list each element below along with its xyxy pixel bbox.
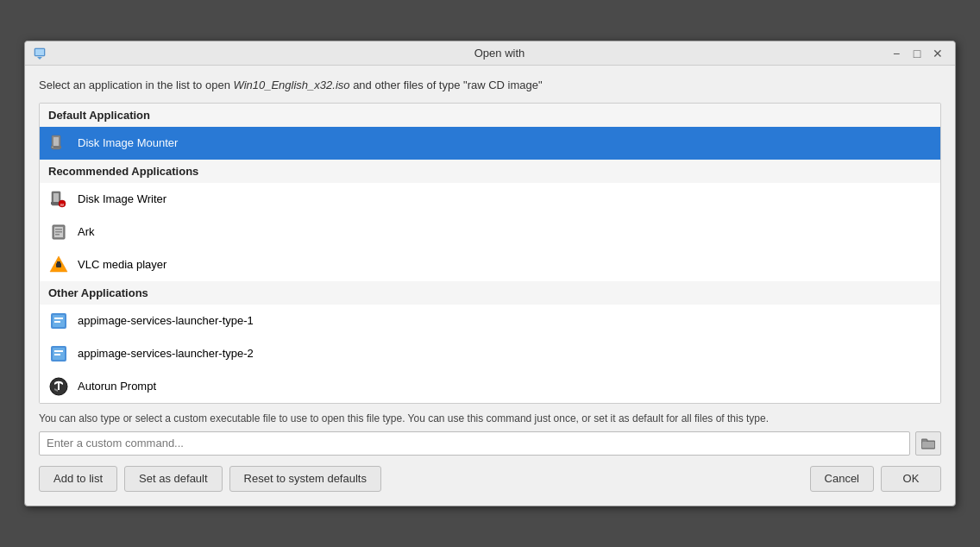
cancel-button[interactable]: Cancel: [810, 466, 874, 492]
app-item-appimage-2[interactable]: appimage-services-launcher-type-2: [40, 337, 940, 370]
default-section-header: Default Application: [40, 104, 940, 127]
minimize-button[interactable]: −: [888, 45, 905, 62]
svg-rect-6: [52, 147, 53, 148]
close-button[interactable]: ✕: [929, 45, 946, 62]
disk-image-mounter-icon: [48, 133, 69, 154]
appimage-1-icon: [48, 311, 69, 331]
app-name-appimage-2: appimage-services-launcher-type-2: [78, 347, 254, 360]
reset-to-defaults-button[interactable]: Reset to system defaults: [229, 466, 381, 492]
svg-rect-16: [55, 234, 60, 236]
app-name-appimage-1: appimage-services-launcher-type-1: [78, 314, 254, 327]
svg-rect-31: [922, 442, 934, 448]
app-item-autorun[interactable]: Autorun Prompt: [40, 370, 940, 403]
app-name-disk-image-writer: Disk Image Writer: [78, 192, 166, 205]
other-section-header: Other Applications: [40, 281, 940, 305]
recommended-section-header: Recommended Applications: [40, 160, 940, 183]
filename: Win10_English_x32.iso: [233, 79, 349, 91]
ok-button[interactable]: OK: [881, 466, 941, 492]
app-name-ark: Ark: [78, 225, 95, 238]
appimage-2-icon: [48, 343, 69, 364]
custom-command-row: [39, 431, 941, 456]
app-name-vlc: VLC media player: [78, 258, 166, 271]
vlc-icon: [48, 255, 69, 275]
dialog-content: Select an application in the list to ope…: [25, 66, 955, 505]
titlebar: Open with − □ ✕: [25, 41, 955, 66]
app-item-ark[interactable]: Ark: [40, 216, 940, 248]
description-text: Select an application in the list to ope…: [39, 78, 941, 93]
svg-marker-2: [37, 57, 42, 60]
hint-text: You can also type or select a custom exe…: [39, 411, 941, 426]
app-name-disk-image-mounter: Disk Image Mounter: [78, 136, 178, 149]
window-icon: [34, 47, 46, 60]
svg-rect-8: [53, 193, 59, 202]
app-item-disk-image-mounter[interactable]: Disk Image Mounter: [40, 127, 940, 160]
svg-rect-27: [54, 354, 60, 355]
svg-rect-15: [55, 231, 62, 233]
custom-command-input[interactable]: [39, 431, 910, 456]
add-to-list-button[interactable]: Add to list: [39, 466, 117, 492]
ark-icon: [48, 222, 69, 242]
app-item-disk-image-writer[interactable]: w Disk Image Writer: [40, 183, 940, 216]
svg-rect-4: [53, 137, 59, 146]
set-as-default-button[interactable]: Set as default: [124, 466, 223, 492]
application-list: Default Application Disk Image Mounter R…: [39, 103, 941, 404]
action-row: Add to list Set as default Reset to syst…: [39, 459, 941, 495]
svg-rect-1: [35, 49, 44, 55]
window-title: Open with: [53, 47, 946, 60]
app-item-vlc[interactable]: VLC media player: [40, 248, 940, 281]
app-item-appimage-1[interactable]: appimage-services-launcher-type-1: [40, 305, 940, 337]
action-left: Add to list Set as default Reset to syst…: [39, 466, 381, 492]
svg-rect-19: [57, 261, 60, 264]
window-controls: − □ ✕: [888, 45, 946, 62]
description-suffix: and other files of type "raw CD image": [350, 79, 543, 91]
disk-image-writer-icon: w: [48, 189, 69, 210]
autorun-icon: [48, 376, 69, 397]
app-name-autorun: Autorun Prompt: [78, 380, 156, 393]
svg-text:w: w: [60, 202, 65, 207]
svg-rect-22: [54, 318, 63, 319]
svg-rect-26: [54, 350, 63, 352]
description-prefix: Select an application in the list to ope…: [39, 79, 233, 91]
svg-rect-23: [54, 321, 60, 323]
open-with-dialog: Open with − □ ✕ Select an application in…: [24, 41, 956, 506]
svg-rect-14: [55, 229, 62, 230]
action-right: Cancel OK: [810, 466, 941, 492]
maximize-button[interactable]: □: [908, 45, 926, 62]
browse-button[interactable]: [915, 431, 941, 456]
